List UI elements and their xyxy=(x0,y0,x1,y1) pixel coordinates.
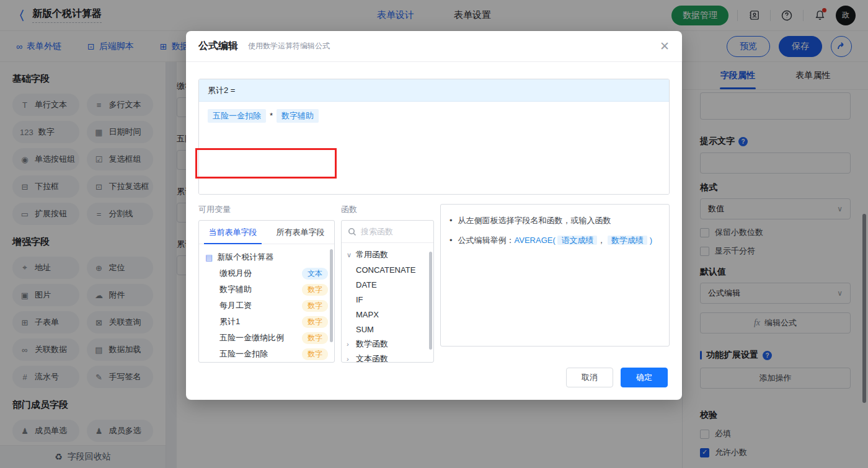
help-tip-1: • 从左侧面板选择字段名和函数，或输入函数 xyxy=(450,214,660,227)
variable-type-badge: 数字 xyxy=(302,316,328,328)
formula-token[interactable]: 数字辅助 xyxy=(277,109,319,123)
variables-list: ▤ 新版个税计算器 缴税月份 文本 数字辅助 xyxy=(199,244,334,362)
search-icon xyxy=(348,227,356,236)
modal-footer: 取消 确定 xyxy=(566,368,668,387)
variable-name: 缴税月份 xyxy=(219,268,302,279)
variables-tab[interactable]: 所有表单字段 xyxy=(267,221,334,244)
formula-token[interactable]: 五险一金扣除 xyxy=(208,109,266,123)
function-row[interactable]: DATE xyxy=(347,277,428,292)
formula-help-box: • 从左侧面板选择字段名和函数，或输入函数 • 公式编辑举例：AVERAGE( … xyxy=(440,204,670,347)
variables-scrollbar[interactable] xyxy=(330,249,333,342)
functions-box: 搜索函数 ∨ 常用函数 CONCATENATE xyxy=(341,220,434,363)
variable-name: 每月工资 xyxy=(219,300,302,311)
function-name: IF xyxy=(356,295,363,304)
functions-column: 函数 搜索函数 ∨ 常用函数 xyxy=(341,204,434,363)
functions-scrollbar[interactable] xyxy=(429,252,432,350)
function-row[interactable]: ∨ 常用函数 xyxy=(347,247,428,262)
caret-icon: › xyxy=(347,355,356,363)
function-name: CONCATENATE xyxy=(356,265,415,275)
cancel-button[interactable]: 取消 xyxy=(566,368,613,387)
variables-box: 当前表单字段所有表单字段 ▤ 新版个税计算器 缴税月份 文本 xyxy=(198,220,335,363)
variables-label: 可用变量 xyxy=(198,204,335,215)
function-row[interactable]: › 数学函数 xyxy=(347,337,428,351)
variable-type-badge: 文本 xyxy=(302,268,328,280)
example-prefix: 公式编辑举例： xyxy=(458,236,515,245)
help-tip-2-text: 公式编辑举例：AVERAGE( 语文成绩， 数学成绩 ) xyxy=(458,234,652,247)
variable-item[interactable]: 数字辅助 数字 xyxy=(205,281,328,298)
bullet: • xyxy=(450,234,453,247)
caret-icon: › xyxy=(347,340,356,348)
help-tip-2: • 公式编辑举例：AVERAGE( 语文成绩， 数学成绩 ) xyxy=(450,234,660,247)
formula-edit-modal: 公式编辑 使用数学运算符编辑公式 ✕ 累计2 = 五险一金扣除*数字辅助 可用变… xyxy=(186,31,682,400)
variable-item[interactable]: 累计1 数字 xyxy=(205,314,328,330)
function-search-placeholder: 搜索函数 xyxy=(361,226,393,237)
modal-panels: 可用变量 当前表单字段所有表单字段 ▤ 新版个税计算器 缴 xyxy=(198,204,670,363)
confirm-button[interactable]: 确定 xyxy=(621,368,668,387)
example-field-chip: 语文成绩 xyxy=(557,236,597,245)
variables-root-label: 新版个税计算器 xyxy=(217,252,273,263)
modal-header: 公式编辑 使用数学运算符编辑公式 ✕ xyxy=(186,31,682,62)
variables-tabs: 当前表单字段所有表单字段 xyxy=(199,221,334,244)
variable-item[interactable]: 五险一金缴纳比例 数字 xyxy=(205,330,328,346)
variables-column: 可用变量 当前表单字段所有表单字段 ▤ 新版个税计算器 缴 xyxy=(198,204,335,363)
modal-subtitle: 使用数学运算符编辑公式 xyxy=(248,41,330,51)
formula-content[interactable]: 五险一金扣除*数字辅助 xyxy=(199,102,669,194)
close-icon[interactable]: ✕ xyxy=(660,40,670,52)
variable-name: 累计1 xyxy=(219,316,302,327)
variable-item[interactable]: 缴税月份 文本 xyxy=(205,265,328,281)
variable-type-badge: 数字 xyxy=(302,300,328,312)
variable-type-badge: 数字 xyxy=(302,332,328,344)
modal-body: 累计2 = 五险一金扣除*数字辅助 可用变量 当前表单字段所有表单字段 ▤ 新版… xyxy=(186,79,682,363)
variable-name: 五险一金扣除 xyxy=(219,348,302,360)
form-doc-icon: ▤ xyxy=(205,253,213,262)
variable-name: 五险一金缴纳比例 xyxy=(219,332,302,343)
formula-editor[interactable]: 累计2 = 五险一金扣除*数字辅助 xyxy=(198,79,670,195)
function-name: 文本函数 xyxy=(356,353,388,363)
function-row[interactable]: MAPX xyxy=(347,307,428,322)
variable-item[interactable]: 每月工资 数字 xyxy=(205,298,328,314)
variable-type-badge: 数字 xyxy=(302,284,328,296)
variables-items: 缴税月份 文本 数字辅助 数字 每月工资 xyxy=(205,265,328,362)
function-search[interactable]: 搜索函数 xyxy=(342,221,433,243)
formula-target: 累计2 = xyxy=(199,79,669,102)
function-name: 数学函数 xyxy=(356,338,388,350)
variable-item[interactable]: 五险一金扣除 数字 xyxy=(205,346,328,362)
variable-name: 数字辅助 xyxy=(219,284,302,295)
example-comma: ， xyxy=(597,236,605,245)
function-name: MAPX xyxy=(356,310,379,319)
example-field-chip: 数学成绩 xyxy=(608,236,647,245)
function-row[interactable]: IF xyxy=(347,292,428,307)
function-name: SUM xyxy=(356,325,374,334)
function-row[interactable]: › 文本函数 xyxy=(347,351,428,363)
variables-tab[interactable]: 当前表单字段 xyxy=(199,221,267,244)
function-list: ∨ 常用函数 CONCATENATE DATE xyxy=(342,243,433,363)
help-tip-1-text: 从左侧面板选择字段名和函数，或输入函数 xyxy=(458,214,611,227)
example-function: AVERAGE( xyxy=(515,236,556,245)
variable-type-badge: 数字 xyxy=(302,348,328,360)
function-name: 常用函数 xyxy=(356,249,388,260)
example-close-paren: ) xyxy=(650,236,652,245)
bullet: • xyxy=(450,214,453,227)
caret-icon: ∨ xyxy=(347,251,356,259)
variables-tree-root[interactable]: ▤ 新版个税计算器 xyxy=(205,249,328,265)
functions-label: 函数 xyxy=(341,204,434,215)
modal-title: 公式编辑 xyxy=(198,40,238,53)
function-row[interactable]: SUM xyxy=(347,322,428,337)
function-name: DATE xyxy=(356,280,377,289)
formula-token[interactable]: * xyxy=(270,109,273,123)
function-row[interactable]: CONCATENATE xyxy=(347,262,428,277)
